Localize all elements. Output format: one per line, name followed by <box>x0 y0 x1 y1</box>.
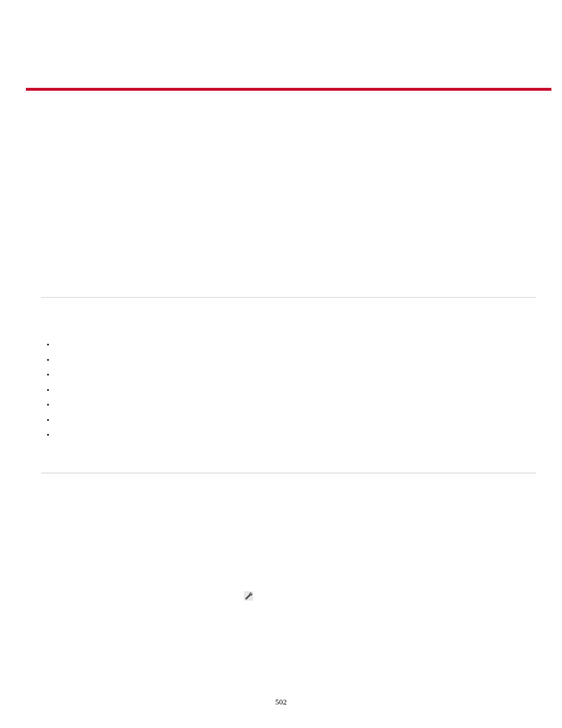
list-item <box>47 400 536 416</box>
document-page: 502 <box>0 0 562 728</box>
list-item <box>47 355 536 371</box>
horizontal-rule-top <box>41 297 536 298</box>
header-rule <box>26 88 551 91</box>
list-item <box>47 430 536 443</box>
horizontal-rule-bottom <box>41 473 536 473</box>
page-number: 502 <box>0 697 562 707</box>
content-area <box>41 297 536 473</box>
list-item <box>47 340 536 355</box>
bullet-list <box>47 340 536 443</box>
list-item <box>47 370 536 386</box>
list-item <box>47 386 536 401</box>
list-item <box>47 416 536 431</box>
wrench-icon <box>244 591 253 601</box>
